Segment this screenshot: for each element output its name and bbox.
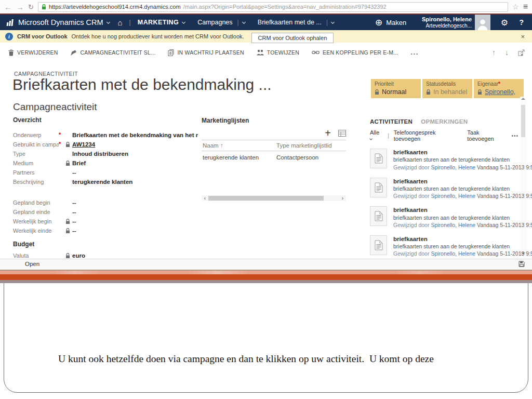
field-label: Gepland einde — [13, 209, 59, 215]
cell-naam: terugkerende klanten — [203, 154, 276, 161]
save-icon[interactable] — [518, 261, 525, 267]
horizontal-scrollbar[interactable]: ‹ › — [202, 195, 346, 201]
gear-icon[interactable]: ⚙ — [501, 18, 508, 28]
field-medium[interactable]: Medium Brief — [13, 158, 198, 168]
modified-by-link[interactable]: Spironello, Helene — [431, 222, 475, 228]
tab-activiteiten[interactable]: ACTIVITEITEN — [370, 118, 413, 125]
scroll-right-icon[interactable]: › — [339, 195, 346, 201]
column-header-naam[interactable]: Naam ↑ — [203, 142, 276, 149]
field-gepland-begin[interactable]: Gepland begin -- — [13, 198, 198, 207]
field-werkelijk-begin[interactable]: Werkelijk begin -- — [13, 217, 198, 226]
popout-icon[interactable] — [518, 49, 525, 56]
vertical-scrollbar[interactable] — [520, 97, 526, 256]
activity-item[interactable]: briefkaarten briefkaarten sturen aan de … — [370, 235, 518, 258]
chevron-down-icon[interactable] — [107, 20, 110, 23]
sort-ascending-icon: ↑ — [220, 142, 223, 149]
scrollbar-thumb[interactable] — [208, 196, 324, 201]
address-bar[interactable]: https://arteveldehogeschool914.crm4.dyna… — [38, 2, 508, 12]
record-status: Open — [25, 261, 39, 267]
email-link-button[interactable]: EEN KOPPELING PER E-M... — [312, 49, 398, 56]
close-icon[interactable]: × — [521, 33, 525, 41]
browser-back-icon[interactable]: ← — [4, 3, 12, 11]
browser-refresh-icon[interactable]: ↻ — [28, 4, 34, 10]
activity-item[interactable]: briefkaarten briefkaarten sturen aan de … — [370, 206, 518, 229]
scrollbar-thumb[interactable] — [521, 105, 525, 137]
help-icon[interactable]: ? — [519, 18, 524, 26]
avatar[interactable] — [475, 15, 490, 30]
home-icon[interactable]: ⌂ — [118, 18, 123, 27]
field-onderwerp[interactable]: Onderwerp * Briefkaarten met de bekendma… — [13, 130, 198, 140]
table-row[interactable]: terugkerende klanten Contactpersoon — [202, 151, 346, 164]
scroll-up-icon[interactable] — [521, 98, 525, 100]
field-value: euro — [72, 252, 198, 259]
assign-button[interactable]: TOEWIJZEN — [257, 49, 299, 56]
activity-filter-dropdown[interactable]: Alle — [370, 129, 383, 142]
prev-record-icon[interactable]: ↑ — [492, 48, 496, 57]
chevron-down-icon[interactable] — [331, 20, 335, 23]
activity-item[interactable]: briefkaarten briefkaarten sturen aan de … — [370, 178, 518, 200]
browser-forward-icon[interactable]: → — [16, 3, 24, 11]
tab-opmerkingen[interactable]: OPMERKINGEN — [421, 118, 468, 125]
command-label: CAMPAGNEACTIVITEIT SL... — [80, 49, 155, 56]
ssl-padlock-icon — [42, 4, 46, 10]
delete-button[interactable]: VERWIJDEREN — [8, 49, 58, 56]
field-label: Werkelijk einde — [13, 228, 59, 234]
notification-title: CRM voor Outlook — [17, 33, 68, 39]
field-partners[interactable]: Partners -- — [13, 168, 198, 177]
activity-description: briefkaarten sturen aan de terugkerende … — [393, 215, 532, 221]
activities-overflow-button[interactable]: ••• — [511, 133, 518, 139]
crm-brand[interactable]: Microsoft Dynamics CRM — [18, 18, 103, 26]
url-host: https://arteveldehogeschool914.crm4.dyna… — [49, 4, 181, 10]
next-record-icon[interactable]: ↓ — [505, 48, 509, 57]
badge-label: Prioriteit — [375, 81, 417, 87]
create-button[interactable]: ⊕ Maken — [375, 18, 406, 27]
field-label: Werkelijk begin — [13, 218, 59, 224]
scroll-left-icon[interactable]: ‹ — [202, 195, 208, 201]
get-outlook-button[interactable]: CRM voor Outlook ophalen — [251, 33, 334, 43]
grid-view-icon[interactable] — [338, 130, 346, 137]
field-beschrijving[interactable]: Beschrijving terugkerende klanten — [13, 177, 198, 187]
people-icon — [257, 49, 264, 56]
modified-by-link[interactable]: Spironello, Helene — [431, 193, 475, 199]
lock-icon — [426, 89, 431, 95]
field-type[interactable]: Type Inhoud distribueren — [13, 149, 198, 158]
nav-item-campagnes[interactable]: Campagnes — [197, 19, 232, 26]
field-gebruikt-in-campagne[interactable]: Gebruikt in campa * AW1234 — [13, 140, 198, 149]
modified-by-link[interactable]: Spironello, Helene — [431, 250, 475, 257]
crm-navbar: Microsoft Dynamics CRM ⌂ | MARKETING Cam… — [0, 15, 532, 30]
close-activity-icon — [70, 49, 77, 56]
badge-value: In behandel — [433, 88, 467, 96]
field-gepland-einde[interactable]: Gepland einde -- — [13, 207, 198, 217]
required-marker: * — [59, 131, 61, 138]
owner-badge[interactable]: Eigenaar* Spironello, — [474, 79, 524, 98]
modified-by-link[interactable]: Spironello, Helene — [431, 164, 475, 170]
user-menu[interactable]: Spironello, Helene Arteveldehogesch... — [422, 16, 472, 29]
command-overflow-button[interactable]: ... — [410, 49, 419, 56]
activity-item[interactable]: briefkaarten briefkaarten sturen aan de … — [370, 149, 518, 171]
nav-item-record[interactable]: Briefkaarten met de ... — [258, 19, 322, 26]
nav-area-marketing[interactable]: MARKETING — [138, 19, 179, 26]
activities-section: ACTIVITEITEN OPMERKINGEN Alle | Telefoon… — [370, 118, 518, 264]
campaign-link[interactable]: AW1234 — [72, 141, 198, 148]
owner-link[interactable]: Spironello, — [485, 88, 515, 96]
budget-header: Budget — [13, 241, 198, 247]
add-record-icon[interactable]: + — [325, 129, 331, 137]
column-header-type[interactable]: Type marketinglijstlid — [276, 142, 332, 149]
chevron-down-icon[interactable] — [242, 20, 246, 23]
field-werkelijk-einde[interactable]: Werkelijk einde -- — [13, 226, 198, 235]
priority-badge[interactable]: Prioriteit Normaal — [371, 79, 421, 98]
field-label: Gebruikt in campa — [13, 141, 59, 148]
status-details-badge[interactable]: Statusdetails In behandel — [422, 79, 472, 98]
chevron-down-icon[interactable] — [182, 20, 185, 23]
add-phonecall-button[interactable]: Telefoongesprek toevoegen — [394, 129, 463, 142]
close-campaign-activity-button[interactable]: CAMPAGNEACTIVITEIT SL... — [70, 49, 155, 56]
bookmark-star-icon[interactable]: ☆ — [512, 3, 519, 11]
nav-separator: | — [129, 19, 131, 26]
add-to-queue-button[interactable]: IN WACHTRIJ PLAATSEN — [168, 49, 244, 56]
command-bar: VERWIJDEREN CAMPAGNEACTIVITEIT SL... IN … — [0, 46, 532, 59]
browser-menu-icon[interactable]: ≡ — [523, 2, 528, 11]
command-label: IN WACHTRIJ PLAATSEN — [177, 49, 244, 56]
field-label: Gepland begin — [13, 200, 59, 206]
add-task-button[interactable]: Taak toevoegen — [467, 129, 507, 142]
field-value: terugkerende klanten — [72, 179, 198, 185]
